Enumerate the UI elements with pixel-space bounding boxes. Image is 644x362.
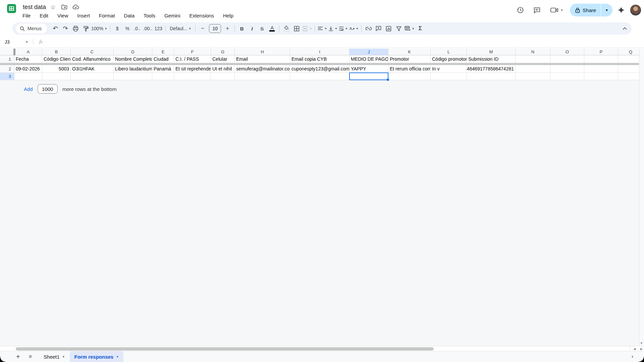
- fill-handle[interactable]: [387, 79, 389, 81]
- cell-M2[interactable]: 6464691778586474281: [467, 65, 516, 73]
- cell-A2[interactable]: 09-02-2026: [14, 65, 42, 73]
- horizontal-scrollbar-thumb[interactable]: [16, 347, 434, 351]
- column-header-E[interactable]: E: [152, 49, 174, 55]
- cell-G1[interactable]: Celular: [211, 55, 235, 63]
- column-header-N[interactable]: N: [516, 49, 550, 55]
- print-button[interactable]: [70, 24, 80, 33]
- freeze-column-handle[interactable]: [13, 49, 15, 55]
- strikethrough-button[interactable]: S: [257, 24, 267, 33]
- cell-G2[interactable]: Ut et nihil: [211, 65, 235, 73]
- menu-help[interactable]: Help: [220, 12, 236, 19]
- cell-M1[interactable]: Submission ID: [467, 55, 516, 63]
- cell-P1[interactable]: [584, 55, 618, 63]
- meet-video-icon[interactable]: ▼: [547, 3, 567, 17]
- select-all-corner[interactable]: [0, 49, 14, 55]
- format-currency-button[interactable]: $: [112, 24, 122, 33]
- column-header-O[interactable]: O: [550, 49, 584, 55]
- cell-O3[interactable]: [550, 73, 584, 80]
- column-header-M[interactable]: M: [467, 49, 516, 55]
- cell-B1[interactable]: Código Cliente: [42, 55, 71, 63]
- name-box-caret-icon[interactable]: ▼: [25, 41, 28, 44]
- cell-D1[interactable]: Nombre Completo: [114, 55, 152, 63]
- format-percent-button[interactable]: %: [122, 24, 132, 33]
- cell-F1[interactable]: C.I. / PASS: [174, 55, 211, 63]
- column-header-A[interactable]: A: [14, 49, 42, 55]
- text-color-button[interactable]: A: [267, 24, 277, 33]
- cell-P2[interactable]: [584, 65, 618, 73]
- cell-I1[interactable]: Email copia CYB: [290, 55, 350, 63]
- account-avatar[interactable]: [630, 4, 641, 16]
- create-filter-button[interactable]: [394, 24, 404, 33]
- cell-K1[interactable]: Promotor: [388, 55, 431, 63]
- vertical-scrollbar[interactable]: [639, 49, 644, 346]
- cell-I2[interactable]: cuponespty123@gmail.com: [290, 65, 350, 73]
- star-icon[interactable]: ☆: [50, 4, 56, 10]
- fill-color-button[interactable]: [281, 24, 291, 33]
- column-header-Q[interactable]: Q: [618, 49, 639, 55]
- selected-cell-J3[interactable]: [349, 72, 388, 80]
- cell-C1[interactable]: Cod. Alfanumérico: [71, 55, 114, 63]
- menu-gemini[interactable]: Gemini: [161, 12, 183, 19]
- decrease-font-size-button[interactable]: −: [198, 24, 208, 33]
- cell-O1[interactable]: [550, 55, 584, 63]
- cell-P3[interactable]: [584, 73, 618, 80]
- insert-comment-button[interactable]: [374, 24, 384, 33]
- show-side-panel-icon[interactable]: ‹: [632, 353, 633, 359]
- cell-H1[interactable]: Email: [235, 55, 290, 63]
- scroll-right-icon[interactable]: ▶: [640, 347, 643, 351]
- add-sheet-button[interactable]: +: [16, 353, 20, 361]
- gemini-sparkle-icon[interactable]: [616, 3, 627, 17]
- more-formats-button[interactable]: 123: [153, 24, 163, 33]
- cell-D3[interactable]: [114, 73, 152, 80]
- column-header-H[interactable]: H: [235, 49, 290, 55]
- name-box[interactable]: J3: [0, 39, 25, 45]
- functions-button[interactable]: Σ: [415, 24, 425, 33]
- row-header-2[interactable]: 2: [0, 65, 14, 73]
- cell-C2[interactable]: O3I1HFAK: [71, 65, 114, 73]
- cell-F2[interactable]: Et sit reprehenderi: [174, 65, 211, 73]
- cell-Q3[interactable]: [618, 73, 639, 80]
- menu-view[interactable]: View: [54, 12, 71, 19]
- sheets-logo-icon[interactable]: [7, 4, 16, 13]
- meet-caret-icon[interactable]: ▼: [560, 9, 563, 12]
- cell-K2[interactable]: Et rerum officia com: [388, 65, 431, 73]
- italic-button[interactable]: I: [247, 24, 257, 33]
- cell-L3[interactable]: [431, 73, 467, 80]
- menu-edit[interactable]: Edit: [37, 12, 51, 19]
- collapse-toolbar-button[interactable]: [623, 22, 627, 35]
- cell-L2[interactable]: In v: [431, 65, 467, 73]
- cell-Q2[interactable]: [618, 65, 639, 73]
- zoom-select[interactable]: 100%▼: [91, 24, 108, 33]
- cell-H2[interactable]: semuferag@mailinator.com: [235, 65, 290, 73]
- column-header-D[interactable]: D: [114, 49, 152, 55]
- cell-A1[interactable]: Fecha: [14, 55, 42, 63]
- text-wrap-button[interactable]: ▼: [338, 24, 348, 33]
- cell-E1[interactable]: Ciudad: [152, 55, 174, 63]
- cell-N3[interactable]: [516, 73, 550, 80]
- undo-button[interactable]: ↶: [50, 24, 60, 33]
- version-history-icon[interactable]: [514, 3, 527, 17]
- column-header-B[interactable]: B: [42, 49, 71, 55]
- insert-table-button[interactable]: ▼: [404, 24, 415, 33]
- cell-N1[interactable]: [516, 55, 550, 63]
- row-header-1[interactable]: 1: [0, 55, 14, 63]
- cell-O2[interactable]: [550, 65, 584, 73]
- cell-I3[interactable]: [290, 73, 350, 80]
- column-header-K[interactable]: K: [388, 49, 431, 55]
- tab-sheet1[interactable]: Sheet1 ▼: [39, 351, 69, 362]
- menu-format[interactable]: Format: [96, 12, 118, 19]
- increase-decimal-button[interactable]: .00→: [143, 24, 153, 33]
- cell-A3[interactable]: [14, 73, 42, 80]
- cell-G3[interactable]: [211, 73, 235, 80]
- menu-extensions[interactable]: Extensions: [186, 12, 217, 19]
- horizontal-scrollbar[interactable]: ◀ ▶: [0, 346, 644, 351]
- cell-E3[interactable]: [152, 73, 174, 80]
- cell-C3[interactable]: [71, 73, 114, 80]
- cell-J1[interactable]: MEDIO DE PAGO:: [350, 55, 388, 63]
- cell-D2[interactable]: Libero laudantium c: [114, 65, 152, 73]
- cell-K3[interactable]: [388, 73, 431, 80]
- move-folder-icon[interactable]: [61, 4, 68, 10]
- cell-B2[interactable]: 5003: [42, 65, 71, 73]
- column-header-I[interactable]: I: [290, 49, 350, 55]
- scroll-left-icon[interactable]: ◀: [633, 347, 636, 351]
